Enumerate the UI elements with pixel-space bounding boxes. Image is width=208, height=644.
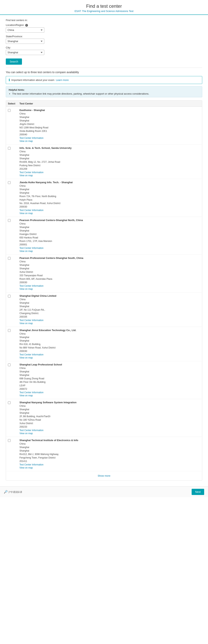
table-body: Easthome - ShanghaiChinaShanghaiShanghai… <box>6 107 202 471</box>
footer: 🔎 沪学通国际课 Next <box>0 486 208 497</box>
center-info: Shanghai Technical Institute of Electron… <box>19 439 200 469</box>
checkbox-cell <box>8 219 19 252</box>
center-checkbox[interactable] <box>8 109 10 112</box>
divider-1 <box>6 68 202 68</box>
test-center-table: Select Test Center Easthome - ShanghaiCh… <box>6 100 202 480</box>
table-header: Select Test Center <box>6 100 202 107</box>
center-name: Shanghai Digital China Limited <box>19 294 200 297</box>
hint-item: The test center information link may pro… <box>12 92 199 95</box>
learn-more-link[interactable]: Learn more <box>56 78 69 82</box>
view-on-map-link[interactable]: View on map <box>19 140 200 142</box>
center-checkbox[interactable] <box>8 364 10 366</box>
find-label: Find test centers in: <box>6 19 202 22</box>
hints-box: Helpful hints: The test center informati… <box>6 86 202 97</box>
test-center-info-link[interactable]: Test Center Information <box>19 137 200 140</box>
center-detail: ChinaShanghaiShanghaiXuhui District333 T… <box>19 260 200 284</box>
center-checkbox[interactable] <box>8 295 10 298</box>
center-checkbox[interactable] <box>8 257 10 260</box>
header-select: Select <box>8 102 19 105</box>
checkbox-cell <box>8 146 19 177</box>
city-select[interactable]: Shanghai <box>6 50 44 55</box>
view-on-map-link[interactable]: View on map <box>19 322 200 325</box>
table-row: Info. Scie. & Tech. School, Sanda Univer… <box>6 144 202 179</box>
city-group: City: Shanghai <box>6 46 202 55</box>
center-info: Shanghai Nanyang Software System Integra… <box>19 401 200 435</box>
view-on-map-link[interactable]: View on map <box>19 288 200 290</box>
next-button[interactable]: Next <box>192 489 204 495</box>
center-name: Shanghai Leap Professional School <box>19 363 200 366</box>
hints-list: The test center information link may pro… <box>9 92 199 95</box>
test-center-info-link[interactable]: Test Center Information <box>19 171 200 174</box>
footer-brand: 🔎 沪学通国际课 <box>4 490 22 494</box>
center-detail: ChinaShanghaiShanghai698 Guang Zhong Roa… <box>19 366 200 391</box>
test-center-info-link[interactable]: Test Center Information <box>19 284 200 287</box>
state-label: State/Province: <box>6 35 202 38</box>
center-info: Pearson Professional Centers-Shanghai No… <box>19 219 200 252</box>
checkbox-cell <box>8 294 19 325</box>
center-checkbox[interactable] <box>8 439 10 442</box>
center-detail: ChinaShanghaiShanghai2F, B6 Building, Hu… <box>19 404 200 428</box>
center-info: Pearson Professional Centers-Shanghai So… <box>19 256 200 290</box>
search-button[interactable]: Search <box>6 58 22 65</box>
state-group: State/Province: Shanghai <box>6 35 202 44</box>
table-row: Shanghai Jinrui Education Technology Co.… <box>6 327 202 361</box>
center-checkbox[interactable] <box>8 147 10 150</box>
view-on-map-link[interactable]: View on map <box>19 466 200 469</box>
state-select[interactable]: Shanghai <box>6 38 44 44</box>
center-name: Info. Scie. & Tech. School, Sanda Univer… <box>19 146 200 150</box>
brand-text: 沪学通国际课 <box>8 491 22 494</box>
view-on-map-link[interactable]: View on map <box>19 212 200 215</box>
center-info: Easthome - ShanghaiChinaShanghaiShanghai… <box>19 109 200 142</box>
center-name: Pearson Professional Centers-Shanghai So… <box>19 256 200 260</box>
center-checkbox[interactable] <box>8 329 10 332</box>
test-center-info-link[interactable]: Test Center Information <box>19 209 200 212</box>
test-center-info-link[interactable]: Test Center Information <box>19 247 200 250</box>
center-name: Pearson Professional Centers-Shanghai No… <box>19 219 200 222</box>
center-detail: ChinaShanghaiShanghaiRm 618, #1 Building… <box>19 332 200 353</box>
hints-title: Helpful hints: <box>9 88 199 91</box>
center-checkbox[interactable] <box>8 219 10 222</box>
test-center-info-link[interactable]: Test Center Information <box>19 353 200 356</box>
page-subtitle: ESAT: The Engineering and Science Admiss… <box>0 10 208 12</box>
test-center-info-link[interactable]: Test Center Information <box>19 319 200 322</box>
center-info: Shanghai Leap Professional SchoolChinaSh… <box>19 363 200 397</box>
view-on-map-link[interactable]: View on map <box>19 432 200 435</box>
test-center-info-link[interactable]: Test Center Information <box>19 391 200 394</box>
location-group: Location/Region i China <box>6 24 202 32</box>
checkbox-cell <box>8 109 19 142</box>
center-name: Easthome - Shanghai <box>19 109 200 112</box>
view-on-map-link[interactable]: View on map <box>19 394 200 397</box>
center-detail: ChinaShanghaiShanghai2/F, No 111 FuQuan … <box>19 298 200 318</box>
center-checkbox[interactable] <box>8 181 10 184</box>
checkbox-cell <box>8 329 19 359</box>
info-banner-text: Important information about your exam Le… <box>11 78 69 82</box>
table-row: Shanghai Digital China LimitedChinaShang… <box>6 292 202 327</box>
center-name: Shanghai Jinrui Education Technology Co.… <box>19 329 200 332</box>
center-name: Shanghai Nanyang Software System Integra… <box>19 401 200 404</box>
table-row: Shanghai Nanyang Software System Integra… <box>6 399 202 437</box>
test-center-info-link[interactable]: Test Center Information <box>19 463 200 466</box>
test-center-info-link[interactable]: Test Center Information <box>19 429 200 432</box>
show-more-button[interactable]: Show more <box>98 474 110 477</box>
table-row: Jiaoda Huike Nanyang Info. Tech. - Shang… <box>6 179 202 217</box>
checkbox-cell <box>8 363 19 397</box>
checkbox-cell <box>8 256 19 290</box>
center-name: Shanghai Technical Institute of Electron… <box>19 439 200 442</box>
center-checkbox[interactable] <box>8 401 10 404</box>
center-detail: ChinaShanghaiShanghaiRm312, Bld J, 3098 … <box>19 442 200 463</box>
compare-text: You can select up to three test centers … <box>6 71 202 74</box>
table-row: Shanghai Leap Professional SchoolChinaSh… <box>6 361 202 399</box>
center-detail: ChinaShanghaiShanghaiRm409, Bldg 12, No.… <box>19 150 200 171</box>
view-on-map-link[interactable]: View on map <box>19 250 200 252</box>
checkbox-cell <box>8 439 19 469</box>
center-detail: ChinaShanghaiShanghaiRoom 724, 7th Floor… <box>19 184 200 208</box>
table-row: Pearson Professional Centers-Shanghai No… <box>6 217 202 255</box>
show-more-section: Show more <box>6 471 202 480</box>
view-on-map-link[interactable]: View on map <box>19 174 200 177</box>
info-icon[interactable]: i <box>25 24 28 27</box>
view-on-map-link[interactable]: View on map <box>19 356 200 359</box>
location-select[interactable]: China <box>6 28 44 32</box>
center-info: Shanghai Jinrui Education Technology Co.… <box>19 329 200 359</box>
center-info: Shanghai Digital China LimitedChinaShang… <box>19 294 200 325</box>
info-banner: ℹ Important information about your exam … <box>6 76 202 84</box>
